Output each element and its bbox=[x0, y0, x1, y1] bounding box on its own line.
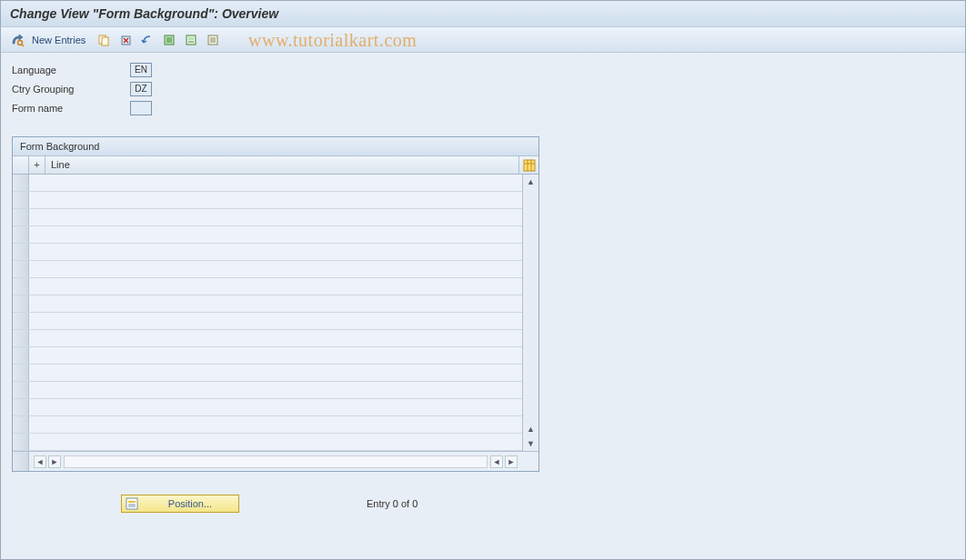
table-row[interactable] bbox=[13, 244, 522, 261]
position-icon bbox=[126, 497, 140, 510]
ctry-grouping-label: Ctry Grouping bbox=[12, 84, 130, 95]
copy-icon[interactable] bbox=[95, 31, 113, 49]
position-label: Position... bbox=[146, 498, 235, 509]
form-name-field[interactable] bbox=[130, 101, 152, 115]
row-selector[interactable] bbox=[13, 347, 29, 364]
row-selector[interactable] bbox=[13, 209, 29, 225]
language-label: Language bbox=[12, 65, 130, 75]
new-entries-button[interactable]: New Entries bbox=[32, 35, 86, 45]
title-bar: Change View "Form Background": Overview bbox=[1, 1, 965, 27]
table-row[interactable] bbox=[13, 365, 522, 382]
svg-rect-3 bbox=[102, 37, 108, 45]
table-row[interactable] bbox=[13, 209, 522, 226]
page-title: Change View "Form Background": Overview bbox=[10, 6, 278, 21]
position-button[interactable]: Position... bbox=[121, 495, 239, 513]
svg-line-1 bbox=[22, 45, 24, 46]
table-body: ▲ ▲ ▼ bbox=[13, 175, 538, 451]
row-selector[interactable] bbox=[13, 416, 29, 433]
table-row[interactable] bbox=[13, 330, 522, 347]
svg-rect-12 bbox=[188, 37, 194, 40]
line-column-header[interactable]: Line bbox=[45, 156, 518, 174]
watermark-text: www.tutorialkart.com bbox=[248, 30, 417, 51]
scroll-down-icon[interactable]: ▼ bbox=[523, 436, 538, 451]
row-selector[interactable] bbox=[13, 330, 29, 346]
table-row[interactable] bbox=[13, 434, 522, 451]
svg-rect-23 bbox=[128, 501, 136, 503]
delete-icon[interactable] bbox=[116, 31, 135, 49]
table-header: + Line bbox=[13, 156, 538, 175]
select-all-column[interactable] bbox=[13, 156, 29, 174]
form-area: Language EN Ctry Grouping DZ Form name bbox=[1, 53, 965, 123]
row-selector[interactable] bbox=[13, 365, 29, 381]
undo-icon[interactable] bbox=[138, 31, 156, 49]
table-row[interactable] bbox=[13, 261, 522, 278]
table-row[interactable] bbox=[13, 192, 522, 209]
scroll-right-icon[interactable]: ► bbox=[48, 455, 61, 468]
row-selector[interactable] bbox=[13, 175, 29, 191]
row-selector[interactable] bbox=[13, 382, 29, 398]
table-title: Form Background bbox=[13, 137, 538, 156]
scroll-left-icon[interactable]: ◄ bbox=[34, 455, 46, 468]
row-selector[interactable] bbox=[13, 295, 29, 312]
entry-status: Entry 0 of 0 bbox=[367, 498, 418, 509]
plus-column-header[interactable]: + bbox=[29, 156, 45, 174]
table-settings-icon[interactable] bbox=[518, 156, 538, 174]
toggle-icon[interactable] bbox=[8, 31, 26, 49]
table-row[interactable] bbox=[13, 175, 522, 192]
scroll-right-icon[interactable]: ► bbox=[505, 455, 518, 468]
row-selector[interactable] bbox=[13, 278, 29, 295]
form-name-label: Form name bbox=[12, 103, 130, 114]
row-selector[interactable] bbox=[13, 399, 29, 415]
row-selector[interactable] bbox=[13, 226, 29, 243]
scroll-track[interactable] bbox=[64, 455, 488, 468]
table-row[interactable] bbox=[13, 313, 522, 330]
toolbar: New Entries bbox=[1, 27, 965, 53]
table-row[interactable] bbox=[13, 295, 522, 313]
scroll-up-icon[interactable]: ▲ bbox=[523, 175, 538, 189]
svg-rect-18 bbox=[524, 160, 535, 171]
row-selector[interactable] bbox=[13, 313, 29, 329]
select-all-icon[interactable] bbox=[160, 31, 178, 49]
deselect-all-icon[interactable] bbox=[204, 31, 222, 49]
table-row[interactable] bbox=[13, 347, 522, 365]
table-row[interactable] bbox=[13, 416, 522, 434]
form-background-table: Form Background + Line ▲ bbox=[12, 136, 539, 472]
table-row[interactable] bbox=[13, 399, 522, 416]
row-selector[interactable] bbox=[13, 244, 29, 260]
language-field[interactable]: EN bbox=[130, 63, 152, 77]
vertical-scrollbar[interactable]: ▲ ▲ ▼ bbox=[522, 175, 538, 451]
row-selector[interactable] bbox=[13, 192, 29, 208]
scroll-left-icon[interactable]: ◄ bbox=[490, 455, 503, 468]
select-block-icon[interactable] bbox=[182, 31, 200, 49]
table-row[interactable] bbox=[13, 382, 522, 399]
row-selector[interactable] bbox=[13, 261, 29, 277]
svg-point-0 bbox=[18, 40, 23, 45]
horizontal-scrollbar: ◄ ► ◄ ► bbox=[13, 451, 538, 471]
row-selector[interactable] bbox=[13, 434, 29, 450]
table-row[interactable] bbox=[13, 278, 522, 295]
scroll-down-icon[interactable]: ▲ bbox=[523, 422, 538, 436]
bottom-bar: Position... Entry 0 of 0 bbox=[1, 485, 965, 522]
ctry-grouping-field[interactable]: DZ bbox=[130, 82, 152, 96]
svg-rect-22 bbox=[126, 498, 137, 509]
table-row[interactable] bbox=[13, 226, 522, 244]
